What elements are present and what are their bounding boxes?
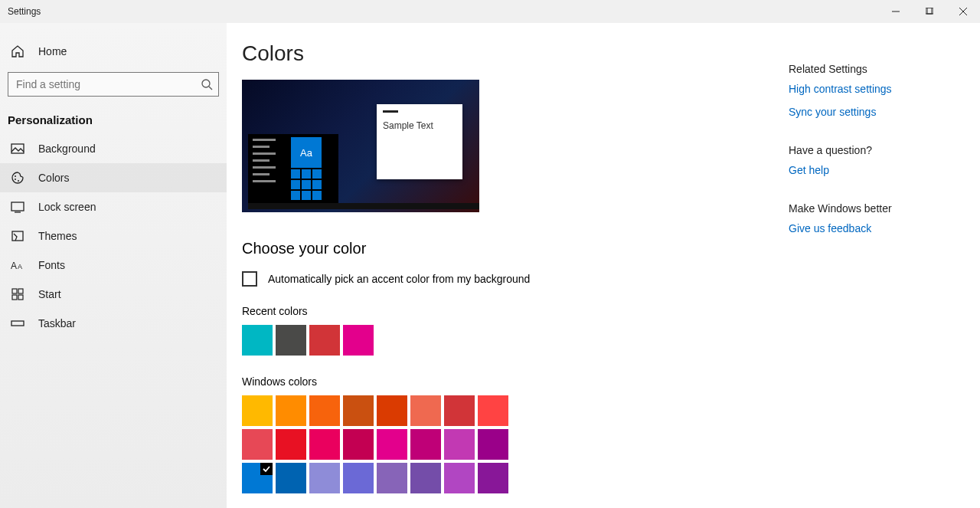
search-icon xyxy=(201,78,213,90)
windows-color-swatch[interactable] xyxy=(309,463,340,493)
windows-color-swatch[interactable] xyxy=(410,463,441,493)
page-title: Colors xyxy=(242,41,770,66)
nav-item-start[interactable]: Start xyxy=(0,280,227,309)
start-icon xyxy=(11,287,24,301)
svg-rect-2 xyxy=(927,8,933,14)
nav-item-label: Colors xyxy=(38,172,69,184)
svg-point-5 xyxy=(202,80,210,87)
svg-rect-7 xyxy=(11,144,24,153)
maximize-button[interactable] xyxy=(913,0,946,23)
close-button[interactable] xyxy=(946,0,980,23)
windows-color-swatch[interactable] xyxy=(444,429,475,460)
recent-color-swatch[interactable] xyxy=(242,325,273,356)
auto-pick-checkbox-row[interactable]: Automatically pick an accent color from … xyxy=(242,271,770,287)
recent-color-swatch[interactable] xyxy=(276,325,306,356)
windows-color-swatch[interactable] xyxy=(444,463,475,493)
windows-color-swatch[interactable] xyxy=(478,429,508,460)
svg-point-10 xyxy=(18,180,19,182)
nav-item-colors[interactable]: Colors xyxy=(0,163,227,192)
preview-start-menu: Aa xyxy=(248,134,338,209)
windows-colors-grid xyxy=(242,395,770,493)
windows-color-swatch[interactable] xyxy=(276,429,306,460)
windows-color-swatch[interactable] xyxy=(343,429,374,460)
windows-color-swatch[interactable] xyxy=(377,395,407,426)
search-input[interactable] xyxy=(8,72,219,97)
nav-item-taskbar[interactable]: Taskbar xyxy=(0,309,227,338)
nav-item-themes[interactable]: Themes xyxy=(0,221,227,251)
colors-icon xyxy=(11,171,24,185)
minimize-button[interactable] xyxy=(879,0,913,23)
nav-item-label: Taskbar xyxy=(38,317,76,329)
nav-item-label: Lock screen xyxy=(38,201,96,213)
windows-color-swatch[interactable] xyxy=(276,395,306,426)
nav-item-fonts[interactable]: AAFonts xyxy=(0,251,227,280)
titlebar: Settings xyxy=(0,0,980,23)
selected-check-icon xyxy=(260,463,273,475)
related-link[interactable]: Sync your settings xyxy=(789,106,965,118)
windows-color-swatch[interactable] xyxy=(309,395,340,426)
color-preview: Aa Sample Text xyxy=(242,80,479,212)
section-heading: Personalization xyxy=(0,107,227,134)
windows-color-swatch[interactable] xyxy=(242,395,273,426)
question-heading: Have a question? xyxy=(789,144,965,156)
svg-text:A: A xyxy=(11,261,17,271)
preview-sample-text: Sample Text xyxy=(383,120,456,131)
recent-colors-label: Recent colors xyxy=(242,305,770,317)
nav-item-background[interactable]: Background xyxy=(0,134,227,163)
nav-item-label: Start xyxy=(38,288,61,300)
windows-color-swatch[interactable] xyxy=(276,463,306,493)
windows-color-swatch[interactable] xyxy=(309,429,340,460)
windows-color-swatch[interactable] xyxy=(410,429,441,460)
windows-color-swatch[interactable] xyxy=(343,463,374,493)
related-link[interactable]: High contrast settings xyxy=(789,83,965,95)
windows-color-swatch[interactable] xyxy=(343,395,374,426)
svg-rect-1 xyxy=(926,8,932,14)
svg-point-9 xyxy=(15,179,16,180)
svg-rect-20 xyxy=(11,321,24,326)
aside-panel: Related Settings High contrast settingsS… xyxy=(770,41,980,508)
windows-color-swatch[interactable] xyxy=(478,463,508,493)
related-settings-heading: Related Settings xyxy=(789,63,965,75)
nav-item-label: Themes xyxy=(38,230,77,242)
svg-rect-11 xyxy=(11,202,24,211)
recent-color-swatch[interactable] xyxy=(343,325,374,356)
svg-rect-13 xyxy=(12,231,23,241)
taskbar-icon xyxy=(11,316,24,330)
windows-color-swatch[interactable] xyxy=(242,429,273,460)
nav-item-label: Background xyxy=(38,143,96,155)
nav-home-label: Home xyxy=(38,45,67,57)
lockscreen-icon xyxy=(11,200,24,214)
nav-home[interactable]: Home xyxy=(0,37,227,66)
windows-color-swatch[interactable] xyxy=(377,429,407,460)
windows-color-swatch[interactable] xyxy=(478,395,508,426)
svg-rect-19 xyxy=(18,295,23,300)
nav-item-lockscreen[interactable]: Lock screen xyxy=(0,192,227,221)
auto-pick-checkbox[interactable] xyxy=(242,271,257,287)
windows-color-swatch[interactable] xyxy=(410,395,441,426)
windows-color-swatch[interactable] xyxy=(242,463,273,493)
home-icon xyxy=(11,44,24,58)
sidebar: Home Personalization BackgroundColorsLoc… xyxy=(0,23,227,508)
preview-window: Sample Text xyxy=(377,104,462,179)
main-content: Colors Aa Sample Text Choose your color … xyxy=(242,41,770,508)
give-feedback-link[interactable]: Give us feedback xyxy=(789,222,965,234)
windows-colors-label: Windows colors xyxy=(242,375,770,388)
svg-rect-18 xyxy=(12,295,17,300)
choose-color-heading: Choose your color xyxy=(242,240,770,257)
get-help-link[interactable]: Get help xyxy=(789,164,965,176)
nav-item-label: Fonts xyxy=(38,259,65,271)
svg-line-6 xyxy=(209,87,212,90)
windows-color-swatch[interactable] xyxy=(377,463,407,493)
background-icon xyxy=(11,142,24,156)
recent-color-swatch[interactable] xyxy=(309,325,340,356)
windows-color-swatch[interactable] xyxy=(444,395,475,426)
svg-point-8 xyxy=(15,175,16,177)
recent-colors-row xyxy=(242,325,770,356)
auto-pick-label: Automatically pick an accent color from … xyxy=(268,273,530,285)
themes-icon xyxy=(11,229,24,243)
preview-tile: Aa xyxy=(291,137,322,168)
svg-rect-17 xyxy=(18,289,23,293)
window-controls xyxy=(879,0,980,23)
fonts-icon: AA xyxy=(11,258,24,272)
svg-rect-16 xyxy=(12,289,17,293)
